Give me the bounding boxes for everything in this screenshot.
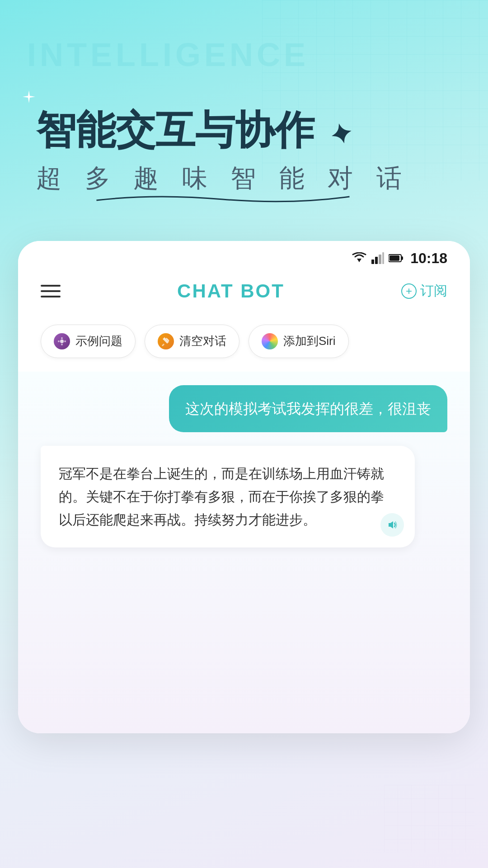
examples-button[interactable]: 示例问题	[41, 325, 136, 358]
plus-circle-icon: +	[401, 283, 417, 299]
hamburger-menu-button[interactable]	[41, 285, 61, 297]
phone-mockup: 10:18 CHAT BOT + 订阅 示例问题	[18, 241, 470, 733]
svg-rect-7	[401, 256, 403, 260]
sparkle-icon	[23, 90, 35, 105]
chat-area: 这次的模拟考试我发挥的很差，很沮丧 冠军不是在拳台上诞生的，而是在训练场上用血汗…	[18, 372, 470, 733]
bot-message: 冠军不是在拳台上诞生的，而是在训练场上用血汗铸就的。关键不在于你打拳有多狠，而在…	[41, 446, 447, 547]
svg-point-9	[60, 340, 64, 343]
clear-icon	[158, 333, 174, 349]
svg-point-10	[61, 337, 63, 339]
speaker-icon	[386, 519, 399, 531]
signal-icon	[371, 252, 384, 264]
svg-marker-1	[357, 259, 361, 262]
app-header: CHAT BOT + 订阅	[18, 271, 470, 316]
svg-point-13	[64, 340, 66, 342]
subtitle-underline	[36, 191, 410, 205]
examples-icon	[54, 333, 70, 349]
svg-point-12	[58, 340, 60, 342]
subtitle-wrapper: 超 多 趣 味 智 能 对 话	[36, 161, 410, 196]
clear-button[interactable]: 清空对话	[145, 325, 239, 358]
wifi-icon	[352, 252, 367, 264]
star-icon: ✦	[327, 118, 356, 152]
user-message: 这次的模拟考试我发挥的很差，很沮丧	[41, 385, 447, 432]
siri-button[interactable]: 添加到Siri	[249, 325, 349, 358]
status-time: 10:18	[410, 250, 447, 267]
svg-rect-3	[375, 257, 378, 264]
svg-rect-15	[384, 785, 474, 853]
bot-bubble: 冠军不是在拳台上诞生的，而是在训练场上用血汗铸就的。关键不在于你打拳有多狠，而在…	[41, 446, 415, 547]
status-bar: 10:18	[18, 241, 470, 271]
user-bubble: 这次的模拟考试我发挥的很差，很沮丧	[169, 385, 447, 432]
hero-section: INTELLIGENCE 智能交互与协作 ✦ 超 多 趣 味 智 能 对 话	[0, 0, 488, 214]
svg-rect-4	[379, 255, 381, 264]
svg-rect-8	[389, 255, 399, 261]
audio-button[interactable]	[380, 513, 404, 537]
app-title: CHAT BOT	[177, 280, 285, 302]
main-title: 智能交互与协作 ✦	[36, 108, 352, 152]
bg-decoration-bottom	[384, 785, 474, 854]
watermark-text: INTELLIGENCE	[27, 36, 309, 73]
subtitle: 超 多 趣 味 智 能 对 话	[36, 161, 410, 196]
siri-icon	[262, 333, 278, 349]
status-icons	[352, 252, 404, 264]
quick-actions-bar: 示例问题 清空对话 添加到Siri	[18, 316, 470, 372]
subscribe-button[interactable]: + 订阅	[401, 282, 447, 300]
svg-rect-2	[371, 259, 374, 264]
svg-point-11	[61, 344, 63, 345]
battery-icon	[389, 254, 404, 263]
svg-rect-5	[382, 252, 384, 264]
